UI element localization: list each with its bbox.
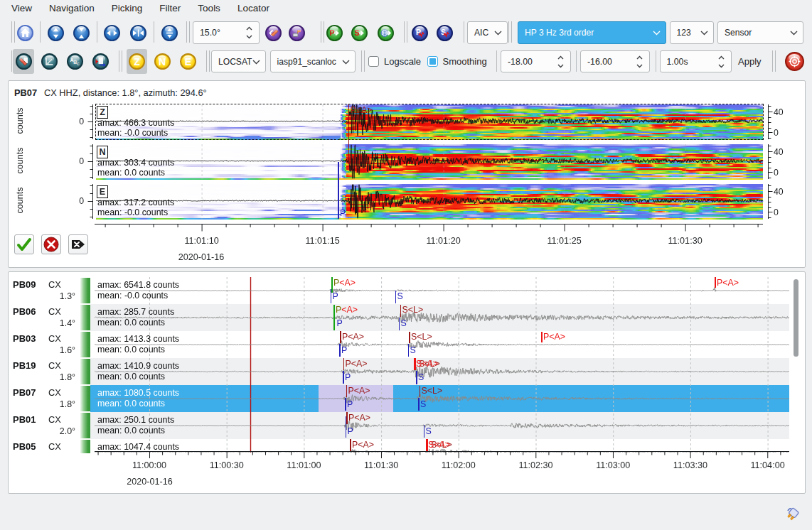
toolbar-handle[interactable] bbox=[11, 50, 12, 72]
toolbar-handle[interactable] bbox=[186, 21, 187, 43]
spin-down-icon bbox=[557, 64, 564, 68]
station-list-scrollbar[interactable] bbox=[794, 279, 798, 357]
default-view-button[interactable] bbox=[17, 25, 33, 41]
phase-label: P bbox=[337, 318, 343, 328]
menu-picking[interactable]: Picking bbox=[112, 3, 143, 13]
toolbar-handle[interactable] bbox=[508, 21, 509, 43]
collapse-vertical-icon bbox=[76, 28, 87, 38]
measure-angle-button[interactable] bbox=[41, 53, 58, 70]
picker-settings-button[interactable]: P bbox=[289, 25, 305, 41]
filter-combobox[interactable]: HP 3 Hz 3rd order bbox=[518, 21, 666, 44]
toolbar-separator bbox=[154, 21, 154, 43]
toolbar-handle[interactable] bbox=[772, 50, 773, 72]
phase-label: S bbox=[410, 345, 416, 355]
toolbar-handle[interactable] bbox=[119, 50, 119, 72]
filter-preset-combobox[interactable]: 123 bbox=[670, 21, 714, 44]
toolbar-handle[interactable] bbox=[404, 21, 405, 43]
menu-locator[interactable]: Locator bbox=[237, 3, 269, 13]
chevron-down-icon bbox=[653, 31, 661, 36]
spin-arrows[interactable] bbox=[718, 55, 725, 68]
station-network: CX bbox=[48, 360, 61, 371]
expand-horizontal-icon bbox=[107, 28, 117, 38]
toolbar-handle[interactable] bbox=[11, 21, 12, 43]
spin-arrows[interactable] bbox=[246, 26, 252, 39]
toolbar-separator bbox=[656, 50, 656, 72]
phase-label: P bbox=[333, 291, 338, 301]
rotate-components-button[interactable] bbox=[265, 25, 282, 41]
component-amax-label: amax: 317.2 countsmean: -0.0 counts bbox=[97, 198, 174, 217]
station-code[interactable]: PB06 bbox=[13, 306, 36, 317]
locator-combobox[interactable]: LOCSAT bbox=[211, 50, 266, 72]
apply-button[interactable]: Apply bbox=[738, 56, 762, 67]
measure-amplitudes-button[interactable] bbox=[16, 53, 32, 70]
zoom-vertical-out-button[interactable] bbox=[48, 25, 64, 41]
annotate-button[interactable]: A B c bbox=[67, 53, 83, 70]
menu-filter[interactable]: Filter bbox=[159, 3, 181, 13]
menu-tools[interactable]: Tools bbox=[198, 3, 220, 13]
menu-bar: View Navigation Picking Filter Tools Loc… bbox=[0, 0, 812, 16]
toolbar-handle[interactable] bbox=[775, 50, 776, 72]
time-tick-label: 11:02:30 bbox=[518, 460, 552, 470]
expand-vertical-icon bbox=[50, 28, 61, 38]
amplitude-source-combobox[interactable]: Sensor bbox=[717, 21, 803, 44]
toolbar-handle[interactable] bbox=[511, 21, 512, 43]
goto-origin-time-button[interactable] bbox=[378, 25, 394, 41]
goto-next-p-button[interactable]: P bbox=[326, 25, 343, 41]
spin-arrows[interactable] bbox=[557, 55, 564, 68]
measure-distance-button[interactable] bbox=[92, 53, 109, 70]
toolbar-handle[interactable] bbox=[407, 21, 407, 43]
spin-arrows[interactable] bbox=[636, 55, 643, 68]
velocity-profile-combobox[interactable]: iasp91_scanloc bbox=[270, 50, 356, 72]
toolbar-separator bbox=[40, 21, 41, 43]
toolbar-handle[interactable] bbox=[209, 50, 210, 72]
rotation-angle-spinbox[interactable]: 15.0° bbox=[193, 21, 260, 44]
toolbar-handle[interactable] bbox=[122, 50, 122, 72]
component-z-label: Z bbox=[130, 55, 144, 68]
spectrogram-min-spinbox[interactable]: -18.00 bbox=[501, 50, 571, 72]
logscale-checkbox[interactable] bbox=[368, 56, 379, 67]
time-tick-label: 11:01:10 bbox=[185, 236, 219, 246]
station-amax-label: amax: 1413.3 countsmean: 0.0 counts bbox=[97, 335, 179, 355]
s-arrow-icon: S bbox=[354, 28, 365, 38]
zoom-horizontal-in-button[interactable] bbox=[130, 25, 146, 41]
fit-vertical-icon bbox=[164, 28, 175, 38]
component-e-button[interactable]: E bbox=[180, 53, 196, 70]
station-axis-labels: 11:00:0011:00:3011:01:0011:01:3011:02:00… bbox=[9, 453, 805, 493]
abc-letter-c: c bbox=[77, 61, 80, 66]
station-code[interactable]: PB05 bbox=[13, 441, 36, 452]
station-list-panel: PB09CX1.3°amax: 6541.8 countsmean: -0.0 … bbox=[8, 271, 806, 494]
menu-navigation[interactable]: Navigation bbox=[49, 3, 95, 13]
reset-amplitude-zoom-button[interactable] bbox=[161, 25, 178, 41]
relocate-button[interactable] bbox=[785, 52, 804, 71]
station-code[interactable]: PB01 bbox=[13, 414, 36, 425]
time-tick-label: 11:03:30 bbox=[673, 460, 707, 470]
pick-p-phase-button[interactable]: P bbox=[412, 25, 428, 41]
time-window-spinbox[interactable]: 1.00s bbox=[660, 50, 732, 72]
toolbar-handle[interactable] bbox=[14, 21, 15, 43]
zoom-horizontal-out-button[interactable] bbox=[104, 25, 120, 41]
toolbar-handle[interactable] bbox=[189, 21, 190, 43]
toolbar-handle[interactable] bbox=[206, 50, 207, 72]
station-code[interactable]: PB03 bbox=[13, 333, 36, 344]
abc-text-icon: A B c bbox=[70, 56, 80, 67]
toolbar-handle[interactable] bbox=[361, 50, 362, 72]
station-code[interactable]: PB09 bbox=[13, 279, 36, 290]
zoom-vertical-in-button[interactable] bbox=[73, 25, 90, 41]
component-z-button[interactable]: Z bbox=[129, 53, 145, 70]
toolbar-separator bbox=[97, 21, 97, 43]
toolbar-handle[interactable] bbox=[324, 21, 324, 43]
menu-view[interactable]: View bbox=[11, 3, 32, 13]
station-network: CX bbox=[48, 414, 61, 425]
smoothing-checkbox[interactable] bbox=[427, 56, 438, 67]
station-code[interactable]: PB19 bbox=[13, 360, 36, 371]
toolbar-handle[interactable] bbox=[321, 21, 321, 43]
pick-s-phase-button[interactable]: S bbox=[437, 25, 453, 41]
station-code[interactable]: PB07 bbox=[13, 387, 36, 398]
toolbar-handle[interactable] bbox=[364, 50, 365, 72]
component-n-button[interactable]: N bbox=[154, 53, 171, 70]
pick-algorithm-combobox[interactable]: AIC bbox=[467, 21, 508, 44]
spectrogram-max-spinbox[interactable]: -16.00 bbox=[580, 50, 650, 72]
time-tick-label: 11:01:25 bbox=[547, 236, 582, 246]
spin-up-icon bbox=[246, 26, 252, 31]
goto-next-s-button[interactable]: S bbox=[351, 25, 368, 41]
